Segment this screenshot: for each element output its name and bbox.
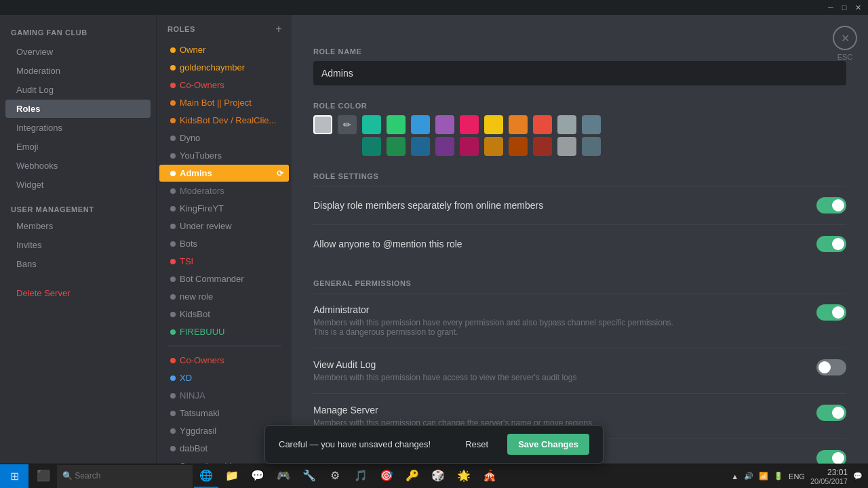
toggle-allow-mention[interactable] [816,236,846,252]
role-item-co-owners[interactable]: Co-Owners [159,77,289,94]
color-swatch[interactable] [411,137,430,156]
color-swatch[interactable] [362,137,381,156]
role-item-xd[interactable]: XD [159,369,289,386]
role-item-youtubers[interactable]: YouTubers [159,147,289,164]
minimize-button[interactable]: ─ [825,1,837,14]
reset-button[interactable]: Reset [460,436,494,452]
toggle-administrator[interactable] [816,304,846,321]
sidebar-item-emoji[interactable]: Emoji [5,138,151,156]
restore-button[interactable]: □ [838,1,850,14]
color-picker-button[interactable]: ✏ [338,115,357,134]
taskbar-icon-app8[interactable]: 🎪 [477,465,502,488]
role-item-kingfireyt[interactable]: KingFireYT [159,200,289,217]
role-item-bots[interactable]: Bots [159,235,289,252]
roles-panel: ROLES + Owner goldenchaymber Co-Owners M… [156,15,292,464]
color-swatch[interactable] [387,115,406,134]
taskbar-network-icon[interactable]: 📶 [759,472,768,481]
sidebar-item-invites[interactable]: Invites [5,236,151,254]
color-swatch[interactable] [362,115,381,134]
color-swatch-default[interactable] [313,115,332,134]
sidebar-item-integrations[interactable]: Integrations [5,119,151,137]
close-button[interactable]: ✕ [852,1,864,14]
role-item-dyno[interactable]: Dyno [159,129,289,146]
color-swatch[interactable] [533,137,552,156]
sidebar-item-moderation[interactable]: Moderation [5,62,151,80]
role-dot [170,224,176,229]
toggle-manage-server[interactable] [816,405,846,421]
sidebar-item-widget[interactable]: Widget [5,176,151,194]
taskbar-icon-app1[interactable]: 🔧 [297,465,321,488]
role-item-owner[interactable]: Owner [159,41,289,58]
taskbar-icon-discord[interactable]: 💬 [245,465,270,488]
role-item-kidsbot-dev[interactable]: KidsBot Dev / RealClie... [159,112,289,129]
color-swatch[interactable] [533,115,552,134]
role-item-moderators[interactable]: Moderators [159,182,289,199]
esc-circle[interactable]: ✕ [833,26,857,50]
delete-server-button[interactable]: Delete Server [5,284,151,302]
sidebar-item-roles[interactable]: Roles [5,100,151,118]
server-sidebar: GAMING FAN CLUB Overview Moderation Audi… [0,15,156,464]
taskbar-volume-icon[interactable]: 🔊 [744,472,753,481]
color-swatch[interactable] [557,137,576,156]
taskbar-notification-center[interactable]: 💬 [853,472,863,481]
toggle-view-audit-log[interactable] [816,359,846,375]
color-swatch[interactable] [460,115,479,134]
color-swatch[interactable] [582,137,601,156]
sidebar-item-audit-log[interactable]: Audit Log [5,81,151,99]
esc-button[interactable]: ✕ ESC [833,26,857,61]
role-item-ninja[interactable]: NINJA [159,387,289,404]
taskbar-battery-icon: 🔋 [774,472,783,481]
toggle-display-separately[interactable] [816,197,846,214]
toggle-manage-roles[interactable] [816,450,846,464]
taskbar-icon-app7[interactable]: 🌟 [452,465,476,488]
color-row: ✏ [313,115,846,134]
sidebar-item-bans[interactable]: Bans [5,255,151,273]
taskbar-icon-chrome[interactable]: 🌐 [194,465,218,488]
taskbar-icon-app6[interactable]: 🎲 [426,465,450,488]
color-swatch[interactable] [557,115,576,134]
taskbar-icon-app2[interactable]: ⚙ [323,465,347,488]
color-swatch[interactable] [509,115,528,134]
role-item-under-review[interactable]: Under review [159,218,289,235]
setting-label: Display role members separately from onl… [313,200,543,211]
start-button[interactable]: ⊞ [0,464,28,489]
role-item-goldenchaymber[interactable]: goldenchaymber [159,59,289,76]
role-item-firebuuu[interactable]: FIREBUUU [159,323,289,340]
color-swatch[interactable] [460,137,479,156]
role-item-bot-commander[interactable]: Bot Commander [159,270,289,287]
role-label: Under review [180,221,232,231]
color-swatch[interactable] [484,115,503,134]
taskbar-icon-app4[interactable]: 🎯 [374,465,399,488]
role-label: Yggdrasil [180,426,216,436]
sidebar-item-overview[interactable]: Overview [5,43,151,61]
color-swatch[interactable] [582,115,601,134]
color-swatch[interactable] [484,137,503,156]
add-role-button[interactable]: + [273,23,285,35]
taskbar-icon-folder[interactable]: 📁 [220,465,244,488]
role-item-co-owners-2[interactable]: Co-Owners [159,352,289,369]
taskbar-icon-steam[interactable]: 🎮 [271,465,296,488]
taskbar-icon-app5[interactable]: 🔑 [400,465,425,488]
save-changes-button[interactable]: Save Changes [507,434,589,455]
role-name-input[interactable] [313,61,846,85]
role-item-tsi[interactable]: TSI [159,253,289,270]
color-swatch[interactable] [435,115,454,134]
role-dot [170,136,176,141]
color-swatch[interactable] [435,137,454,156]
taskbar-icon-task-view[interactable]: ⬛ [31,465,56,488]
sidebar-item-members[interactable]: Members [5,217,151,235]
roles-header-label: ROLES [167,25,195,33]
role-item-admins[interactable]: Admins ⟳ [159,165,289,182]
role-item-tatsumaki[interactable]: Tatsumaki [159,405,289,422]
color-swatch[interactable] [411,115,430,134]
role-item-main-bot[interactable]: Main Bot || Project [159,94,289,111]
color-swatch[interactable] [509,137,528,156]
role-item-new-role[interactable]: new role [159,288,289,305]
taskbar: ⊞ ⬛ 🔍 Search 🌐 📁 💬 🎮 🔧 ⚙ 🎵 🎯 🔑 🎲 🌟 🎪 ▲ 🔊… [0,464,868,488]
role-dot [170,118,176,123]
sidebar-item-webhooks[interactable]: Webhooks [5,157,151,175]
taskbar-icon-app3[interactable]: 🎵 [349,465,373,488]
taskbar-search[interactable]: 🔍 Search [57,465,193,488]
color-swatch[interactable] [387,137,406,156]
role-item-kidsbot[interactable]: KidsBot [159,306,289,323]
